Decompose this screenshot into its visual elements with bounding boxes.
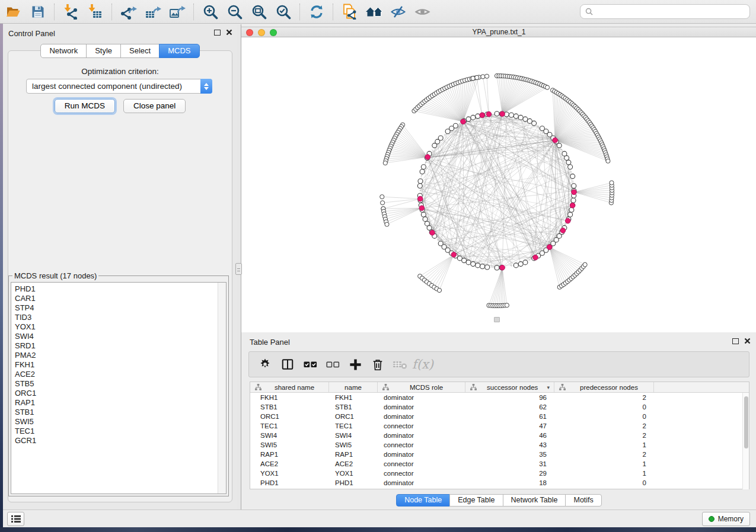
tab-network[interactable]: Network	[40, 44, 87, 58]
network-node[interactable]	[505, 303, 509, 307]
mcds-node[interactable]	[572, 190, 577, 195]
mcds-node[interactable]	[500, 265, 505, 270]
mcds-node[interactable]	[451, 252, 457, 258]
network-node[interactable]	[518, 115, 523, 120]
table-row[interactable]: SWI5SWI5connector431	[250, 440, 749, 450]
table-scrollbar-thumb[interactable]	[744, 396, 748, 448]
mcds-node[interactable]	[425, 155, 430, 160]
mcds-node[interactable]	[461, 119, 466, 124]
mcds-node[interactable]	[419, 206, 425, 211]
network-node[interactable]	[475, 75, 479, 79]
network-node[interactable]	[518, 262, 523, 267]
refresh-button[interactable]	[304, 2, 328, 22]
mcds-node[interactable]	[553, 137, 558, 143]
mcds-result-item[interactable]: FKH1	[15, 360, 226, 370]
export-table-button[interactable]	[141, 2, 165, 22]
search-field[interactable]	[580, 4, 750, 19]
gear-button[interactable]	[254, 354, 276, 375]
horizontal-splitter-grip[interactable]	[494, 317, 500, 322]
table-row[interactable]: SWI4SWI4dominator462	[250, 431, 749, 440]
network-node[interactable]	[610, 181, 614, 185]
network-node[interactable]	[417, 184, 422, 188]
mcds-node[interactable]	[533, 255, 538, 260]
share-document-button[interactable]	[337, 2, 362, 22]
mcds-result-item[interactable]: ORC1	[15, 389, 226, 398]
panel-splitter-grip[interactable]	[235, 263, 242, 275]
network-node[interactable]	[445, 129, 450, 134]
mcds-node[interactable]	[486, 111, 492, 117]
zoom-fit-button[interactable]	[247, 2, 271, 22]
network-node[interactable]	[462, 258, 467, 263]
run-mcds-button[interactable]: Run MCDS	[55, 99, 115, 113]
mcds-node[interactable]	[570, 203, 575, 209]
mcds-result-item[interactable]: SRD1	[15, 341, 226, 351]
add-button[interactable]	[344, 354, 366, 375]
network-node[interactable]	[545, 85, 549, 89]
mcds-result-item[interactable]: STP4	[15, 303, 226, 313]
mcds-list-scrollbar[interactable]	[218, 283, 226, 493]
network-node[interactable]	[523, 260, 528, 265]
table-row[interactable]: FKH1FKH1dominator962	[250, 393, 749, 402]
table-row[interactable]: STB1STB1dominator620	[250, 402, 749, 412]
network-node[interactable]	[421, 212, 426, 217]
network-node[interactable]	[437, 288, 441, 292]
table-row[interactable]: PHD1PHD1dominator180	[250, 478, 749, 488]
tab-edge-table[interactable]: Edge Table	[449, 494, 503, 507]
network-node[interactable]	[471, 115, 476, 120]
table-row[interactable]: RAP1RAP1dominator352	[250, 450, 749, 459]
network-window-titlebar[interactable]: YPA_prune.txt_1	[241, 27, 756, 37]
column-header-shared-name[interactable]: shared name	[250, 382, 329, 392]
network-node[interactable]	[432, 143, 437, 148]
network-node[interactable]	[509, 113, 513, 117]
mcds-result-item[interactable]: SWI5	[15, 417, 226, 427]
tab-network-table[interactable]: Network Table	[503, 494, 566, 507]
mcds-result-item[interactable]: SWI4	[15, 332, 226, 341]
column-header-mcds-role[interactable]: MCDS role	[378, 382, 465, 392]
tab-node-table[interactable]: Node Table	[396, 494, 450, 507]
export-image-button[interactable]	[165, 2, 189, 22]
network-node[interactable]	[476, 263, 480, 268]
mcds-result-item[interactable]: PHD1	[15, 284, 226, 294]
zoom-selected-button[interactable]	[271, 2, 295, 22]
network-node[interactable]	[527, 118, 532, 123]
hide-selected-button[interactable]	[386, 2, 410, 22]
network-node[interactable]	[540, 126, 544, 131]
network-node[interactable]	[566, 160, 571, 165]
network-node[interactable]	[385, 222, 389, 226]
mcds-result-item[interactable]: PMA2	[15, 351, 226, 360]
network-node[interactable]	[420, 169, 425, 174]
network-view[interactable]	[241, 37, 756, 332]
network-node[interactable]	[495, 111, 499, 116]
close-window-icon[interactable]	[246, 29, 253, 36]
import-network-button[interactable]	[59, 2, 83, 22]
mcds-node[interactable]	[417, 196, 423, 201]
mcds-result-list[interactable]: PHD1CAR1STP4TID3YOX1SWI4SRD1PMA2FKH1ACE2…	[11, 282, 227, 494]
save-button[interactable]	[25, 2, 50, 22]
network-node[interactable]	[568, 212, 573, 217]
network-node[interactable]	[606, 159, 610, 163]
network-node[interactable]	[381, 201, 385, 205]
network-node[interactable]	[466, 260, 471, 265]
table-row[interactable]: YOX1YOX1connector291	[250, 469, 749, 478]
mcds-node[interactable]	[560, 228, 566, 233]
network-node[interactable]	[418, 179, 423, 184]
table-row[interactable]: ORC1ORC1dominator610	[250, 412, 749, 421]
tab-style[interactable]: Style	[86, 44, 121, 58]
network-node[interactable]	[471, 76, 475, 81]
mcds-result-item[interactable]: STB1	[15, 408, 226, 417]
float-panel-icon[interactable]	[214, 30, 221, 36]
show-panels-button[interactable]	[7, 512, 24, 526]
column-header-name[interactable]: name	[329, 382, 378, 392]
maximize-window-icon[interactable]	[270, 29, 277, 36]
network-node[interactable]	[570, 174, 575, 179]
close-table-panel-icon[interactable]	[744, 338, 751, 344]
search-input[interactable]	[593, 7, 745, 17]
mcds-result-item[interactable]: TID3	[15, 313, 226, 322]
columns-button[interactable]	[276, 354, 299, 375]
network-node[interactable]	[485, 265, 490, 270]
homes-button[interactable]	[362, 2, 386, 22]
select-all-button[interactable]	[299, 354, 321, 375]
column-header-successor-nodes[interactable]: successor nodes▾	[465, 382, 554, 392]
network-node[interactable]	[466, 117, 471, 121]
column-header-predecessor-nodes[interactable]: predecessor nodes	[554, 382, 654, 392]
